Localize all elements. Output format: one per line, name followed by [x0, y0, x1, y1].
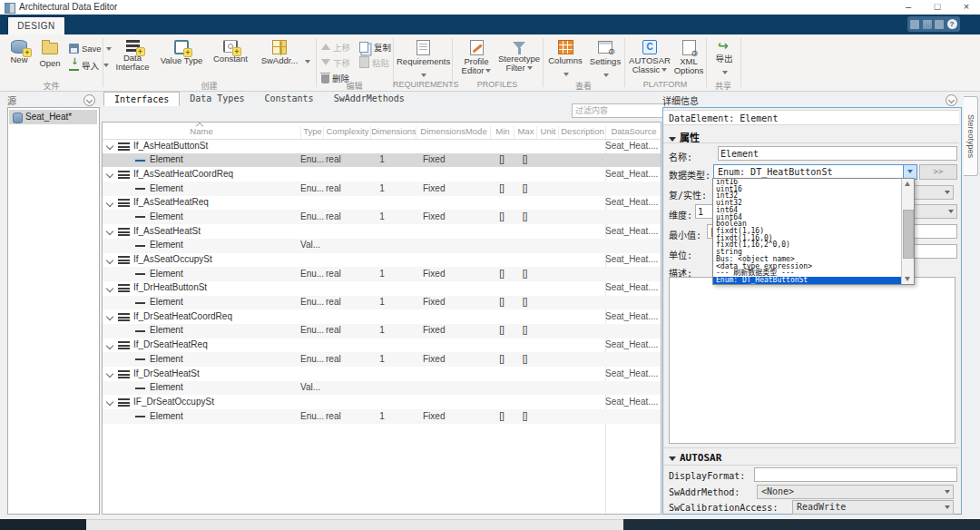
tab-data-types[interactable]: Data Types [180, 92, 254, 106]
table-row[interactable]: If_AsSeatHeatReqSeat_Heat.... [103, 196, 661, 211]
chevron-down-icon[interactable] [106, 370, 113, 378]
chevron-down-icon[interactable] [106, 228, 113, 235]
move-down-button[interactable]: 下移 [321, 55, 350, 69]
minimize-ribbon-icon[interactable] [910, 20, 919, 29]
table-row[interactable]: ElementEnu...real1Fixed[][] [103, 210, 661, 224]
settings-button[interactable]: Settings [586, 38, 624, 83]
profile-editor-button[interactable]: Profile Editor [456, 38, 497, 75]
minimize-button[interactable]: – [895, 0, 922, 15]
table-row[interactable]: ElementEnu...real1Fixed[][] [103, 352, 661, 367]
data-source-cell: Seat_Heat.... [605, 141, 656, 151]
maximize-button[interactable]: □ [924, 0, 951, 15]
chevron-down-icon[interactable] [106, 313, 113, 320]
table-row[interactable]: If_AsSeatHeatCoordReqSeat_Heat.... [103, 167, 661, 182]
new-button[interactable]: New [4, 38, 34, 64]
sw-calibration-access-combo[interactable]: ReadWrite [792, 500, 954, 515]
table-row[interactable]: ElementEnu...real1Fixed[][] [103, 267, 661, 281]
table-row[interactable]: ElementEnu...real1Fixed[][] [103, 153, 661, 168]
column-header-min[interactable]: Min [490, 126, 514, 139]
column-header-dimensionsmode[interactable]: DimensionsMode [416, 126, 491, 139]
dropdown-item[interactable]: uint32 [713, 200, 902, 207]
pin-icon[interactable] [935, 20, 944, 29]
save-button[interactable]: Save [69, 42, 112, 55]
scroll-up-icon[interactable] [905, 182, 910, 186]
table-row[interactable]: If_DrSeatHeatCoordReqSeat_Heat.... [103, 309, 661, 324]
layout-icon[interactable] [923, 20, 932, 29]
collapse-source-panel-button[interactable] [83, 94, 95, 106]
close-button[interactable]: × [953, 0, 980, 15]
create-overflow-button[interactable] [303, 54, 312, 68]
column-header-complexity[interactable]: Complexity [323, 126, 371, 139]
sw-addr-method-combo[interactable]: <None> [757, 485, 954, 499]
collapse-details-button[interactable] [946, 94, 957, 106]
requirements-button[interactable]: Requirements [397, 38, 449, 83]
filter-input[interactable] [572, 103, 665, 118]
table-row[interactable]: ElementEnu...real1Fixed[][] [103, 182, 661, 196]
table-row[interactable]: If_AsSeatOccupyStSeat_Heat.... [103, 253, 661, 268]
column-header-dimensions[interactable]: Dimensions [370, 126, 416, 139]
open-button[interactable]: Open [34, 38, 65, 68]
value-type-button[interactable]: Value Type [158, 38, 205, 65]
stereotype-filter-button[interactable]: Stereotype Filter [497, 38, 541, 73]
table-row[interactable]: ElementVal... [103, 381, 661, 396]
constant-button[interactable]: Constant [207, 38, 254, 64]
tab-interfaces[interactable]: Interfaces [103, 92, 180, 106]
tab-design[interactable]: DESIGN [7, 16, 65, 35]
chevron-down-icon[interactable] [106, 256, 113, 263]
table-row[interactable]: If_AsSeatHeatStSeat_Heat.... [103, 224, 661, 239]
name-field[interactable] [718, 146, 957, 161]
column-header-unit[interactable]: Unit [536, 126, 559, 139]
swaddr-button[interactable]: SwAddr... [256, 38, 303, 65]
chevron-down-icon[interactable] [106, 341, 113, 348]
dropdown-item[interactable]: Enum: DT_HeatButtonSt [713, 277, 902, 284]
chevron-down-icon[interactable] [106, 142, 113, 150]
combo-dropdown-icon[interactable] [903, 165, 916, 179]
tab-constants[interactable]: Constants [254, 92, 323, 106]
tab-stereotypes[interactable]: Stereotypes [964, 96, 978, 176]
column-header-description[interactable]: Description [558, 126, 606, 139]
chevron-down-icon[interactable] [106, 285, 113, 292]
autosar-section-header[interactable]: AUTOSAR [669, 452, 721, 464]
display-format-field[interactable] [754, 467, 957, 482]
tab-swaddrmethods[interactable]: SwAddrMethods [324, 92, 415, 106]
table-row[interactable]: If_DrSeatHeatReqSeat_Heat.... [103, 339, 661, 353]
copy-button[interactable]: 复制 [359, 40, 391, 54]
xml-options-icon [682, 40, 696, 55]
table-row[interactable]: If_DrHeatButtonStSeat_Heat.... [103, 281, 661, 296]
help-icon[interactable]: ? [947, 19, 957, 29]
ribbon-tabstrip: DESIGN ? [0, 15, 980, 34]
paste-icon [359, 56, 369, 68]
move-up-button[interactable]: 上移 [321, 40, 350, 54]
table-row[interactable]: If_AsHeatButtonStSeat_Heat.... [103, 139, 661, 153]
columns-button[interactable]: Columns [546, 38, 584, 82]
taskbar-app-button[interactable] [86, 519, 623, 530]
chevron-down-icon[interactable] [106, 171, 113, 178]
chevron-down-icon[interactable] [106, 200, 113, 207]
data-interface-button[interactable]: Data Interface [109, 38, 156, 72]
xml-options-button[interactable]: XML Options [671, 38, 706, 75]
group-label-profiles: PROFILES [452, 80, 543, 90]
autosar-classic-button[interactable]: C AUTOSAR Classic [628, 38, 671, 74]
scrollbar-thumb[interactable] [903, 210, 914, 259]
table-row[interactable]: ElementVal... [103, 239, 661, 253]
dropdown-item[interactable]: uint16 [713, 186, 902, 193]
column-header-name[interactable]: Name [103, 126, 300, 139]
table-row[interactable]: IF_DrSeatOccupyStSeat_Heat.... [103, 395, 661, 409]
paste-button[interactable]: 粘贴 [359, 55, 389, 69]
table-row[interactable]: ElementEnu...real1Fixed[][] [103, 324, 661, 339]
scroll-down-icon[interactable] [905, 277, 910, 281]
source-item-seat-heat[interactable]: Seat_Heat* [9, 110, 97, 124]
column-header-datasource[interactable]: DataSource [605, 126, 662, 139]
column-header-max[interactable]: Max [514, 126, 537, 139]
dimensions-field[interactable] [695, 204, 713, 219]
chevron-down-icon[interactable] [106, 398, 113, 406]
export-button[interactable]: 导出 [710, 38, 739, 80]
column-header-type[interactable]: Type [300, 126, 324, 139]
table-row[interactable]: ElementEnu...real1Fixed[][] [103, 296, 661, 310]
description-field[interactable] [669, 277, 956, 444]
dropdown-scrollbar[interactable] [901, 179, 914, 284]
datatype-expand-button[interactable]: >> [919, 164, 957, 180]
table-row[interactable]: ElementEnu...real1Fixed[][] [103, 409, 661, 424]
taskbar-start-area[interactable] [0, 519, 86, 530]
table-row[interactable]: If_DrSeatHeatStSeat_Heat.... [103, 367, 661, 381]
